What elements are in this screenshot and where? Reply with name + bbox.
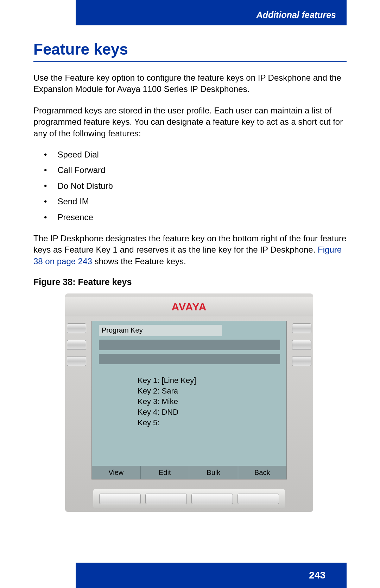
physical-softkey (145, 494, 187, 504)
page-number: 243 (309, 570, 325, 581)
physical-softkey (99, 494, 141, 504)
phone-side-button (292, 340, 311, 350)
key-line: Key 4: DND (138, 408, 196, 417)
phone-side-button (67, 340, 86, 350)
paragraph-3: The IP Deskphone designates the feature … (33, 233, 347, 267)
softkey-bulk: Bulk (189, 466, 238, 479)
phone-screen: Program Key Key 1: [Line Key] Key 2: Sar… (91, 321, 287, 479)
screen-bar (99, 354, 280, 364)
header-bar: Additional features (76, 0, 347, 25)
paragraph-3-post: shows the Feature keys. (92, 256, 186, 266)
list-item-text: Speed Dial (57, 149, 99, 160)
avaya-logo: AVAYA (171, 301, 207, 313)
header-section-label: Additional features (256, 10, 336, 20)
softkey-edit: Edit (141, 466, 190, 479)
content-area: Feature keys Use the Feature key option … (33, 41, 347, 512)
screen-bar (99, 340, 280, 350)
phone-side-button (67, 356, 86, 366)
key-list: Key 1: [Line Key] Key 2: Sara Key 3: Mik… (138, 376, 196, 429)
list-item-text: Do Not Disturb (57, 180, 113, 192)
bullet-icon: • (44, 180, 47, 192)
list-item: •Call Forward (44, 165, 347, 176)
paragraph-2: Programmed keys are stored in the user p… (33, 105, 347, 139)
key-line: Key 5: (138, 418, 196, 427)
phone-side-button (292, 323, 311, 333)
phone-figure: AVAYA Program Key Key 1: [Line Key] Key … (65, 293, 313, 512)
phone-top-bezel: AVAYA (65, 297, 313, 316)
key-line: Key 3: Mike (138, 397, 196, 406)
softkey-row: View Edit Bulk Back (92, 466, 286, 479)
section-title: Feature keys (33, 41, 347, 62)
list-item-text: Call Forward (57, 165, 105, 176)
list-item: •Speed Dial (44, 149, 347, 160)
phone-side-button (67, 323, 86, 333)
screen-title: Program Key (99, 325, 222, 336)
list-item: •Do Not Disturb (44, 180, 347, 192)
key-line: Key 1: [Line Key] (138, 376, 196, 385)
bullet-icon: • (44, 165, 47, 176)
list-item: •Presence (44, 212, 347, 223)
footer-bar: 243 (76, 563, 347, 588)
list-item: •Send IM (44, 196, 347, 207)
bullet-icon: • (44, 196, 47, 207)
bullet-list: •Speed Dial •Call Forward •Do Not Distur… (44, 149, 347, 223)
physical-softkey (191, 494, 233, 504)
bullet-icon: • (44, 212, 47, 223)
phone-side-button (292, 356, 311, 366)
list-item-text: Presence (57, 212, 93, 223)
figure-caption: Figure 38: Feature keys (33, 277, 347, 287)
key-line: Key 2: Sara (138, 386, 196, 396)
physical-softkey (238, 494, 279, 504)
paragraph-1: Use the Feature key option to configure … (33, 72, 347, 95)
softkey-back: Back (238, 466, 287, 479)
paragraph-3-pre: The IP Deskphone designates the feature … (33, 234, 346, 254)
phone-bottom-bezel (93, 489, 285, 508)
softkey-view: View (92, 466, 141, 479)
list-item-text: Send IM (57, 196, 89, 207)
bullet-icon: • (44, 149, 47, 160)
